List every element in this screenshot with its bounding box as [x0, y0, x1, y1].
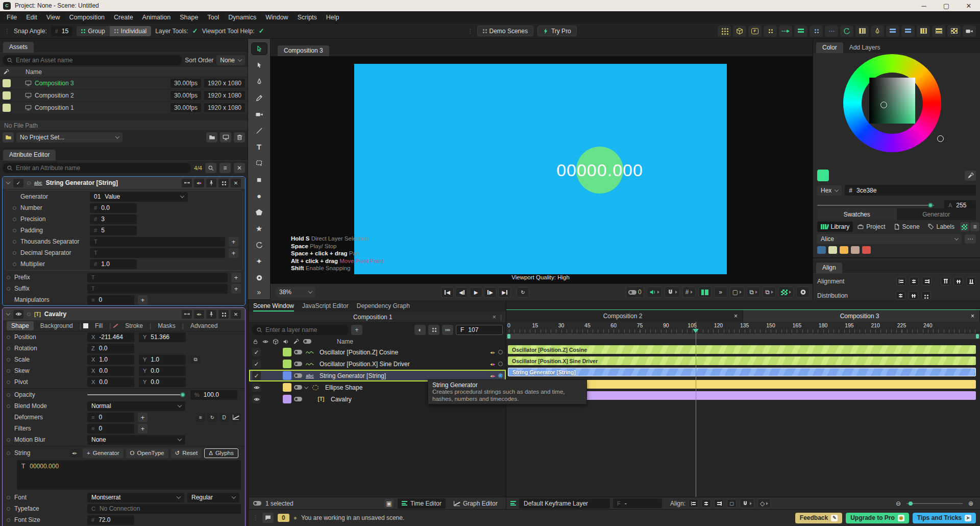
layer-search-input[interactable] — [252, 325, 349, 335]
align-center-v-button[interactable] — [953, 277, 963, 285]
asset-color-swatch[interactable] — [3, 104, 11, 112]
previous-frame-button[interactable]: ◀ — [455, 287, 468, 298]
loop-button[interactable]: ↻ — [517, 287, 529, 298]
menu-dynamics[interactable]: Dynamics — [224, 14, 261, 21]
menu-file[interactable]: File — [2, 14, 21, 21]
solo-circle[interactable] — [498, 362, 503, 366]
audio-mute-button[interactable] — [647, 286, 662, 298]
font-size-input[interactable]: #72.0 — [87, 515, 134, 525]
camera-tool[interactable] — [252, 108, 267, 120]
tab-color[interactable]: Color — [816, 42, 843, 53]
statusbar-grip[interactable]: ⋮ — [253, 514, 258, 521]
tab-advanced[interactable]: Advanced — [186, 321, 222, 330]
layer-name[interactable]: Oscillator [Position.Z] Cosine — [320, 349, 398, 356]
layer-visibility-toggle[interactable] — [252, 383, 261, 392]
connection-dot[interactable] — [7, 438, 10, 442]
timeline-range-bar[interactable] — [506, 333, 980, 339]
layer-name[interactable]: String Generator [String] — [320, 372, 386, 379]
layer-display-options-button[interactable]: ≔ — [442, 325, 453, 335]
minimize-button[interactable]: ─ — [913, 0, 935, 11]
menu-window[interactable]: Window — [261, 14, 292, 21]
connection-dot[interactable] — [7, 347, 10, 350]
scale-x-input[interactable]: X1.0 — [87, 355, 134, 365]
asset-name[interactable]: Composition 1 — [35, 104, 74, 111]
frame-bounds-button[interactable]: ▢ — [730, 286, 744, 298]
connection-dot[interactable] — [7, 507, 10, 511]
generator-dropdown[interactable]: 01 Value — [90, 192, 188, 202]
asset-name[interactable]: Composition 2 — [35, 92, 74, 99]
grid-button[interactable]: # — [682, 286, 696, 298]
timeline-snap-button[interactable] — [740, 498, 754, 508]
thousands-separator-input[interactable]: T — [90, 237, 225, 247]
glyphs-button[interactable]: ΔGlyphs — [204, 448, 238, 458]
dashed-arrow-tool-button[interactable] — [779, 26, 792, 37]
feedback-button[interactable]: Feedback✎ — [795, 513, 842, 523]
utility-tool[interactable] — [252, 272, 267, 283]
padding-input[interactable]: #5 — [90, 226, 137, 235]
sparkle-tool[interactable]: ✦ — [252, 255, 267, 267]
deformers-input[interactable]: ≡0 — [87, 413, 134, 422]
menu-help[interactable]: Help — [322, 14, 344, 21]
go-to-end-button[interactable]: ▶ — [498, 287, 511, 298]
viewport-canvas[interactable]: 00000.000 Hold S Direct Layer Selection … — [271, 56, 813, 283]
add-filter-button[interactable]: + — [138, 424, 148, 434]
connection-dot[interactable] — [7, 287, 10, 291]
tab-add-layers[interactable]: Add Layers — [843, 42, 887, 53]
keyframe-align-center-button[interactable] — [701, 499, 711, 508]
viewport-composition-tab[interactable]: Composition 3 — [278, 45, 329, 56]
palette-swatch[interactable] — [828, 246, 837, 254]
direct-select-tool[interactable] — [252, 59, 267, 71]
reset-button[interactable]: ↺Reset — [171, 448, 202, 458]
polygon-tool[interactable] — [252, 206, 267, 218]
connection-dot[interactable] — [13, 206, 16, 210]
add-deformer-button[interactable]: + — [138, 413, 148, 422]
layer-toggle[interactable] — [294, 362, 302, 366]
menu-composition[interactable]: Composition — [65, 14, 109, 21]
connection-dot[interactable] — [7, 451, 10, 455]
playhead-marker[interactable] — [693, 329, 699, 333]
grid-dots-tool-button[interactable] — [718, 26, 731, 37]
timeline-zoom-slider[interactable] — [906, 503, 963, 504]
swatch-list-view-button[interactable]: ≡ — [970, 222, 979, 231]
frame-input[interactable]: F 107 — [456, 325, 503, 335]
eyedropper-button[interactable] — [965, 171, 976, 181]
attribute-search-input[interactable] — [3, 163, 191, 173]
time-editor-button[interactable]: Time Editor — [398, 498, 446, 509]
track-bar[interactable]: Oscillator [Position.Z] Cosine — [508, 345, 976, 354]
layer-name[interactable]: Cavalry — [331, 396, 352, 403]
isolate-button[interactable] — [218, 179, 229, 187]
motion-blur-dropdown[interactable]: None — [87, 435, 185, 445]
solo-circle[interactable] — [498, 350, 503, 354]
layer-enabled-checkbox[interactable]: ✓ — [252, 371, 261, 380]
timeline-frame-field[interactable]: F- — [613, 498, 662, 508]
layer-color-swatch[interactable] — [283, 360, 291, 368]
connection-dot[interactable] — [27, 313, 31, 316]
layer-tools-checkbox[interactable]: ✓ — [192, 27, 198, 35]
pin-button[interactable] — [206, 310, 216, 319]
tab-javascript-editor[interactable]: JavaScript Editor — [302, 301, 349, 310]
timeline-ruler[interactable]: 0153045607590105120135150165180195210225… — [506, 322, 980, 333]
filter-layers-button[interactable]: ◐ — [414, 325, 426, 335]
align-top-button[interactable] — [941, 277, 950, 285]
connection-dot[interactable] — [7, 518, 10, 522]
skew-y-input[interactable]: Y0.0 — [139, 366, 186, 376]
align-left-button[interactable] — [896, 277, 906, 285]
menu-edit[interactable]: Edit — [21, 14, 42, 21]
dock-button[interactable]: ▣ — [384, 499, 394, 508]
selection-filter-toggle[interactable] — [253, 501, 261, 506]
sv-selector[interactable] — [937, 135, 944, 142]
delete-asset-button[interactable] — [234, 132, 245, 142]
tab-stroke[interactable]: Stroke — [120, 321, 148, 330]
scale-y-input[interactable]: Y1.0 — [139, 355, 186, 365]
text-layer-cavalry[interactable]: 00000.000 — [556, 160, 643, 180]
menu-shape[interactable]: Shape — [175, 14, 203, 21]
toolbar-grip[interactable]: ⋮ — [4, 28, 10, 35]
tab-masks[interactable]: Masks — [153, 321, 180, 330]
menu-scripts[interactable]: Scripts — [293, 14, 322, 21]
asset-color-swatch[interactable] — [3, 79, 11, 87]
collapse-chevron-icon[interactable] — [6, 180, 10, 184]
demo-scenes-button[interactable]: Demo Scenes — [477, 26, 533, 36]
try-pro-button[interactable]: Try Pro — [537, 26, 577, 36]
palette-swatch[interactable] — [851, 246, 860, 254]
scene-tab[interactable]: Scene — [890, 222, 923, 232]
